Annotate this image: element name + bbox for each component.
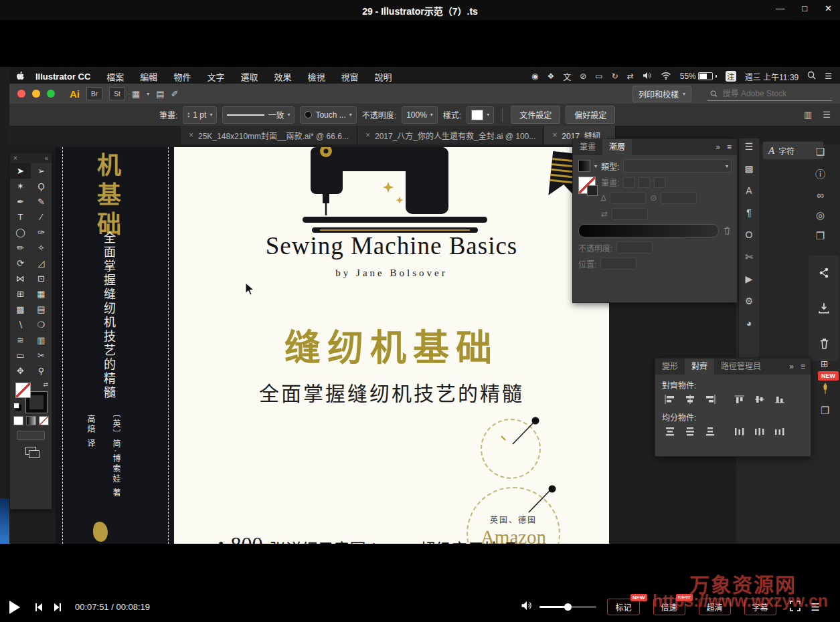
- gradient-mode-button[interactable]: [26, 416, 36, 425]
- touch-workspace-icon[interactable]: ✐: [171, 89, 179, 99]
- stroke-gradient-across-icon[interactable]: [654, 177, 665, 188]
- align-left-button[interactable]: [662, 393, 678, 405]
- paintbrush-tool[interactable]: ✑: [31, 225, 52, 240]
- character-panel-icon[interactable]: A: [746, 185, 752, 196]
- paragraph-panel-icon[interactable]: ¶: [746, 207, 752, 218]
- menu-item-edit[interactable]: 編輯: [140, 70, 157, 83]
- minimize-button[interactable]: —: [776, 3, 784, 13]
- mac-close-button[interactable]: [17, 90, 25, 98]
- sync-status-icon[interactable]: ∞: [817, 189, 824, 201]
- default-colors-icon[interactable]: [13, 403, 19, 409]
- close-icon[interactable]: ×: [552, 130, 557, 140]
- menu-item-help[interactable]: 說明: [374, 70, 392, 83]
- aspect-ratio-field[interactable]: [661, 192, 697, 204]
- menu-item-file[interactable]: 檔案: [106, 70, 124, 83]
- trash-icon[interactable]: [819, 338, 830, 350]
- slice-tool[interactable]: ✂: [31, 348, 52, 363]
- tab-align[interactable]: 對齊: [685, 358, 714, 375]
- scissors-panel-icon[interactable]: ✄: [745, 251, 753, 262]
- screen-mode-button[interactable]: [17, 431, 45, 440]
- info-icon[interactable]: ⓘ: [815, 167, 825, 181]
- workspace-switcher-icon[interactable]: ▤: [156, 89, 164, 99]
- actions-panel-icon[interactable]: ▶: [746, 274, 753, 284]
- wifi-icon[interactable]: [661, 72, 671, 82]
- line-tool[interactable]: ∕: [31, 209, 52, 225]
- preferences-button[interactable]: 偏好設定: [566, 106, 615, 124]
- align-top-button[interactable]: [732, 393, 748, 405]
- menubar-clock[interactable]: 週三 上午11:39: [745, 71, 799, 82]
- panel-menu-icon[interactable]: ≡: [801, 362, 805, 371]
- gradient-panel-icon[interactable]: ▩: [744, 163, 753, 174]
- artboard-spine[interactable]: 机基础 全面掌握缝纫机技艺的精髓 高焙 译 〔英〕简·博索娃 著: [56, 147, 174, 544]
- panel-collapse-icon[interactable]: «: [44, 154, 48, 162]
- align-bottom-button[interactable]: [772, 393, 788, 405]
- curvature-tool[interactable]: ✎: [31, 194, 52, 209]
- search-input[interactable]: [722, 88, 829, 99]
- panel-expand-icon[interactable]: »: [716, 142, 720, 152]
- previous-button[interactable]: [33, 602, 44, 613]
- close-icon[interactable]: ×: [189, 130, 193, 140]
- battery-indicator[interactable]: 55%: [680, 72, 717, 81]
- document-setup-button[interactable]: 文件設定: [511, 106, 560, 124]
- tab-gradient[interactable]: 漸層: [602, 139, 632, 155]
- ellipse-tool[interactable]: ◯: [10, 225, 31, 240]
- download-icon[interactable]: [818, 302, 830, 314]
- distribute-top-button[interactable]: [662, 425, 678, 437]
- gradient-swatch[interactable]: [578, 160, 590, 172]
- menu-item-object[interactable]: 物件: [173, 70, 191, 83]
- brush-definition-dropdown[interactable]: Touch ... ▾: [300, 106, 356, 124]
- swap-colors-icon[interactable]: ⇄: [43, 381, 48, 388]
- angle-field[interactable]: [610, 192, 646, 204]
- volume-icon[interactable]: [521, 601, 533, 613]
- lasso-tool[interactable]: Ϙ: [31, 179, 52, 194]
- color-mode-button[interactable]: [13, 416, 23, 425]
- grid-panel-icon[interactable]: ⊞: [821, 358, 829, 369]
- stroke-gradient-along-icon[interactable]: [639, 177, 650, 188]
- screen-record-icon[interactable]: ◉: [531, 72, 538, 81]
- menu-item-select[interactable]: 選取: [240, 70, 258, 83]
- eyedropper-tool[interactable]: ∖: [10, 317, 31, 332]
- column-graph-tool[interactable]: ▥: [31, 332, 52, 348]
- volume-icon[interactable]: [643, 72, 652, 82]
- style-dropdown[interactable]: ▾: [467, 106, 494, 124]
- disc-icon[interactable]: ⊘: [580, 72, 586, 81]
- maximize-button[interactable]: □: [802, 3, 807, 13]
- menu-item-type[interactable]: 文字: [207, 70, 224, 83]
- panel-expand-icon[interactable]: »: [789, 362, 794, 371]
- appearance-panel-icon[interactable]: ◕: [746, 318, 752, 328]
- gradient-swatch-caret[interactable]: ▾: [594, 163, 597, 169]
- volume-knob[interactable]: [564, 603, 572, 611]
- share-icon[interactable]: [818, 267, 830, 279]
- close-button[interactable]: ✕: [825, 3, 832, 13]
- volume-slider[interactable]: [539, 606, 596, 608]
- distribute-left-button[interactable]: [732, 425, 748, 437]
- align-center-horizontal-button[interactable]: [682, 393, 698, 405]
- input-method-icon[interactable]: 注: [726, 71, 736, 82]
- distribute-center-vertical-button[interactable]: [682, 425, 698, 437]
- adobe-stock-search[interactable]: [707, 87, 832, 101]
- width-tool[interactable]: ⋈: [10, 271, 31, 286]
- stroke-gradient-within-icon[interactable]: [623, 177, 635, 188]
- tab-transform[interactable]: 變形: [655, 358, 685, 375]
- selection-tool[interactable]: ➤: [10, 163, 31, 179]
- stroke-width-stepper[interactable]: ▴▾ 1 pt ▾: [183, 106, 217, 124]
- dropbox-icon[interactable]: ❖: [547, 72, 554, 81]
- libraries-icon[interactable]: ❏: [816, 146, 825, 158]
- distribute-bottom-button[interactable]: [702, 425, 718, 437]
- pen-tool[interactable]: ✒: [10, 194, 31, 209]
- bluetooth-icon[interactable]: ⇄: [627, 72, 634, 81]
- pushpin-icon[interactable]: [821, 383, 830, 397]
- menu-app-name[interactable]: Illustrator CC: [35, 72, 90, 82]
- gradient-tool[interactable]: ▤: [31, 302, 52, 317]
- next-button[interactable]: [52, 602, 63, 613]
- panel-menu-icon[interactable]: ☰: [745, 141, 754, 152]
- settings-panel-icon[interactable]: ⚙: [745, 296, 754, 306]
- mac-minimize-button[interactable]: [32, 90, 40, 98]
- document-tab-2[interactable]: × 2017_八方_你的人生還有救_全封.ai @ 100...: [357, 126, 544, 144]
- shaper-tool[interactable]: ✧: [31, 240, 52, 255]
- magic-wand-tool[interactable]: ✶: [10, 179, 31, 194]
- arrange-documents-caret[interactable]: ▾: [147, 91, 149, 97]
- notification-center-icon[interactable]: ☰: [825, 72, 832, 81]
- delete-stop-icon[interactable]: [723, 226, 732, 235]
- control-menu-icon[interactable]: ☰: [823, 110, 831, 120]
